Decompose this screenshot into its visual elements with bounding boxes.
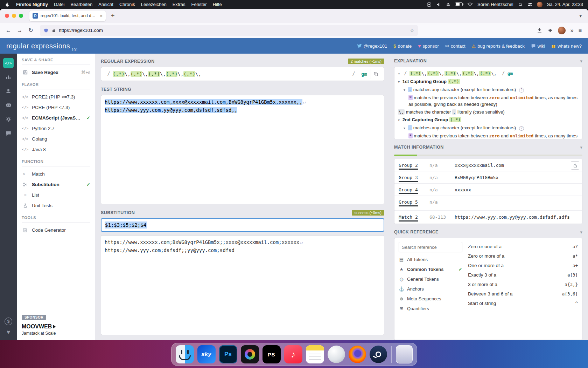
qr-entry[interactable]: Zero or more of aa* [468, 251, 578, 261]
sponsor-logo[interactable]: MOOVWEB [22, 323, 90, 330]
regex-input[interactable]: / (.*)\,(.*)\,(.*)\,(.*)\,(.*)\, / gm [101, 67, 384, 81]
link-wiki[interactable]: wiki [531, 43, 545, 49]
export-matches-icon[interactable] [571, 161, 579, 170]
zoom-window-button[interactable] [19, 14, 23, 18]
menu-hilfe[interactable]: Hilfe [213, 2, 222, 7]
minimize-window-button[interactable] [12, 14, 16, 18]
overflow-menu-icon[interactable]: » [570, 27, 574, 34]
browser-tab[interactable]: R regex101: build, test, and debug × [29, 11, 106, 21]
match-row-group3[interactable]: Group 3 n/a BxWG8yqrP41GBm5x [394, 171, 582, 184]
dock-firefox-icon[interactable] [349, 346, 366, 363]
qr-anchors[interactable]: ⚓ Anchors [399, 284, 462, 294]
menubar-clock[interactable]: Sa. 24. Apr. 23:33 [547, 2, 583, 7]
qr-entry[interactable]: Zero or one of aa? [468, 242, 578, 251]
forward-button[interactable]: → [15, 27, 24, 34]
collapse-chevron-icon[interactable]: ▾ [580, 230, 582, 235]
dock-trash-icon[interactable] [396, 345, 413, 363]
menu-chronik[interactable]: Chronik [119, 2, 135, 7]
flavor-python[interactable]: </> Python 2.7 [22, 123, 90, 134]
group2-row[interactable]: ▾ 2nd Capturing Group (.*) [398, 116, 579, 123]
tab-list-chevron-icon[interactable]: ▾ [579, 13, 584, 19]
menu-lesezeichen[interactable]: Lesezeichen [141, 2, 167, 7]
sponsor-heart-icon[interactable]: ♥ [7, 329, 10, 336]
tool-code-generator[interactable]: Code Generator [22, 225, 90, 235]
reload-button[interactable]: ↻ [26, 27, 36, 34]
downloads-icon[interactable] [537, 27, 542, 33]
copy-regex-icon[interactable] [371, 69, 380, 79]
flavor-golang[interactable]: </> Golang [22, 134, 90, 144]
dock-music-icon[interactable]: ♪ [284, 345, 302, 363]
dock-finder-icon[interactable] [176, 345, 194, 363]
menu-extras[interactable]: Extras [173, 2, 186, 7]
donate-dollar-icon[interactable]: $ [5, 318, 12, 325]
link-donate[interactable]: $ donate [393, 43, 412, 49]
dock-steam-icon[interactable] [370, 346, 387, 363]
match-row-group4[interactable]: Group 4 n/a xxxxxx [394, 184, 582, 196]
library-charts-icon[interactable] [3, 72, 14, 82]
tab-close-icon[interactable]: × [100, 13, 103, 19]
battery-icon[interactable] [455, 2, 463, 6]
link-bug-reports[interactable]: ⚠ bug reports & feedback [472, 43, 525, 49]
help-icon[interactable]: ? [519, 126, 524, 131]
spotlight-search-icon[interactable] [518, 2, 523, 7]
flavor-pcre2[interactable]: </> PCRE2 (PHP >=7.3) [22, 91, 90, 102]
feedback-chat-icon[interactable] [3, 128, 14, 138]
bookmark-star-icon[interactable]: ☆ [410, 27, 414, 34]
flavor-pcre[interactable]: </> PCRE (PHP <7.3) [22, 102, 90, 113]
community-discord-icon[interactable] [3, 100, 14, 110]
qr-meta-sequences[interactable]: ⊗ Meta Sequences [399, 294, 462, 304]
settings-gear-icon[interactable] [3, 114, 14, 124]
link-sponsor[interactable]: ♥ sponsor [418, 43, 439, 49]
qr-all-tokens[interactable]: ▤ All Tokens [399, 254, 462, 264]
search-reference-input[interactable] [399, 242, 462, 252]
qr-entry[interactable]: Start of string^ [468, 299, 578, 308]
flavor-java[interactable]: </> Java 8 [22, 144, 90, 155]
help-icon[interactable]: ? [519, 88, 524, 93]
menu-bearbeiten[interactable]: Bearbeiten [70, 2, 92, 7]
function-list[interactable]: ≡ List [22, 190, 90, 200]
site-logo[interactable]: regular expressions [6, 42, 70, 50]
new-tab-button[interactable]: + [108, 12, 117, 20]
menubar-username[interactable]: Sören Hentzschel [477, 2, 513, 7]
qr-entry[interactable]: Exactly 3 of aa{3} [468, 270, 578, 280]
qr-entry[interactable]: 3 or more of aa{3,} [468, 280, 578, 289]
function-unit-tests[interactable]: Unit Tests [22, 200, 90, 211]
lock-icon[interactable] [51, 28, 56, 33]
group1-row[interactable]: ▾ 1st Capturing Group (.*) [398, 78, 579, 85]
regex-flags[interactable]: gm [361, 71, 367, 77]
tracking-protection-shield-icon[interactable] [43, 28, 49, 33]
dock-sky-icon[interactable]: sky [197, 345, 216, 363]
dot-explanation-row[interactable]: ▾ . matches any character (except for li… [398, 124, 579, 131]
test-string-area[interactable]: https://www.xxxxxx.com,xxxx@xxxxxmail.co… [101, 95, 384, 204]
menu-app-name[interactable]: Firefox Nightly [16, 2, 48, 7]
control-center-icon[interactable] [527, 2, 532, 7]
volume-icon[interactable] [436, 2, 441, 7]
save-regex-button[interactable]: Save Regex ⌘+s [22, 67, 90, 77]
qr-quantifiers[interactable]: ⊞ Quantifiers [399, 304, 462, 313]
substitution-input[interactable]: $1;$3;$5;$2;$4 [101, 218, 384, 232]
close-window-button[interactable] [5, 14, 9, 18]
extensions-icon[interactable] [547, 28, 553, 33]
app-menu-hamburger-icon[interactable]: ≡ [579, 27, 582, 34]
wifi-icon[interactable] [467, 2, 473, 7]
apple-menu-icon[interactable] [5, 2, 10, 7]
url-bar[interactable]: https://regex101.com ☆ [40, 25, 418, 36]
function-substitution[interactable]: Substitution ✓ [22, 179, 90, 190]
menubar-avatar[interactable] [537, 2, 542, 7]
account-avatar[interactable] [558, 27, 566, 34]
back-button[interactable]: ← [4, 27, 13, 34]
qr-entry[interactable]: One or more of aa+ [468, 261, 578, 270]
dot-explanation-row[interactable]: ▾ . matches any character (except for li… [398, 86, 579, 93]
qr-general-tokens[interactable]: ◎ General Tokens [399, 274, 462, 284]
qr-common-tokens[interactable]: ★ Common Tokens ✓ [399, 264, 462, 274]
function-match[interactable]: >_ Match [22, 169, 90, 179]
match-row-group5[interactable]: Group 5 n/a [394, 196, 582, 208]
collapse-chevron-icon[interactable]: ▾ [580, 145, 582, 150]
eject-icon[interactable] [446, 2, 450, 7]
dock-ps-app-icon[interactable]: PS [262, 345, 281, 363]
dock-white-ball-icon[interactable] [328, 346, 345, 363]
qr-entry[interactable]: Between 3 and 6 of aa{3,6} [468, 289, 578, 299]
menu-datei[interactable]: Datei [54, 2, 64, 7]
collapse-chevron-icon[interactable]: ▾ [580, 59, 582, 64]
link-contact[interactable]: ✉ contact [445, 43, 465, 49]
